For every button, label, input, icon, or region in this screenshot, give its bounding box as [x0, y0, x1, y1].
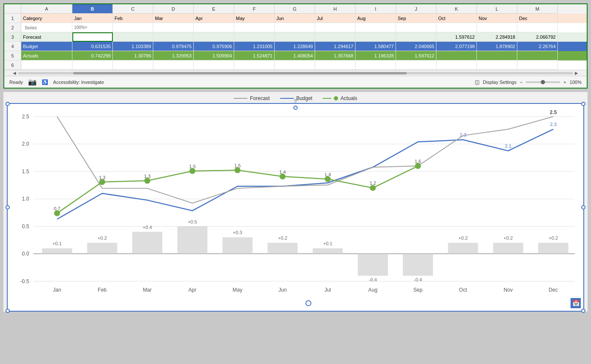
cell-g2[interactable] [275, 23, 315, 32]
cell-e1[interactable]: Apr [194, 14, 234, 23]
cell-h4[interactable]: 1.294617 [315, 42, 356, 51]
cell-g6[interactable] [275, 60, 315, 70]
cell-k5[interactable] [436, 51, 477, 60]
chart-area[interactable]: ⇧ 2.5 2.0 1.5 [7, 103, 584, 312]
cell-m3[interactable]: 2.066792 [517, 32, 558, 42]
cell-m5[interactable] [517, 51, 558, 60]
cell-g1[interactable]: Jun [275, 14, 315, 23]
corner-handle-br[interactable] [581, 309, 585, 313]
cell-k2[interactable] [436, 23, 477, 32]
cell-l6[interactable] [477, 60, 517, 70]
cell-c1[interactable]: Feb [113, 14, 153, 23]
col-header-j[interactable]: J [396, 4, 436, 14]
cell-h6[interactable] [315, 60, 356, 70]
cell-b3[interactable] [72, 32, 113, 42]
cell-m4[interactable]: 2.26764 [517, 42, 558, 51]
cell-f6[interactable] [234, 60, 275, 70]
cell-a1[interactable]: Category [21, 14, 72, 23]
cell-m6[interactable] [517, 60, 558, 70]
cell-e2[interactable] [194, 23, 234, 32]
cell-i2[interactable] [356, 23, 396, 32]
cell-i4[interactable]: 1.580477 [356, 42, 396, 51]
cell-b4[interactable]: 0.631535 [72, 42, 113, 51]
col-header-m[interactable]: M [517, 4, 558, 14]
cell-d4[interactable]: 0.979475 [153, 42, 194, 51]
cell-i5[interactable]: 1.196328 [356, 51, 396, 60]
h-scrollbar[interactable]: ◀ ▶ [4, 70, 587, 76]
zoom-plus[interactable]: + [563, 80, 566, 85]
cell-k4[interactable]: 2.077198 [436, 42, 477, 51]
cell-d2[interactable] [153, 23, 194, 32]
resize-circle-top[interactable] [293, 106, 298, 110]
cell-b6[interactable] [72, 60, 113, 70]
accessibility-icon[interactable]: ♿ [42, 79, 48, 85]
cell-e4[interactable]: 0.975906 [194, 42, 234, 51]
cell-d1[interactable]: Mar [153, 14, 194, 23]
col-header-h[interactable]: H [315, 4, 356, 14]
cell-m2[interactable] [517, 23, 558, 32]
cell-d6[interactable] [153, 60, 194, 70]
cell-l5[interactable] [477, 51, 517, 60]
cell-a6[interactable] [21, 60, 72, 70]
camera-icon[interactable]: 📷 [28, 78, 37, 86]
zoom-slider[interactable] [526, 81, 560, 83]
col-header-k[interactable]: K [436, 4, 477, 14]
cell-i6[interactable] [356, 60, 396, 70]
cell-l1[interactable]: Nov [477, 14, 517, 23]
cell-b5[interactable]: 0.742299 [72, 51, 113, 60]
cell-h3[interactable] [315, 32, 356, 42]
cell-a2[interactable]: Series [21, 23, 72, 32]
cell-h2[interactable] [315, 23, 356, 32]
cell-j1[interactable]: Sep [396, 14, 436, 23]
cell-g3[interactable] [275, 32, 315, 42]
cell-f2[interactable] [234, 23, 275, 32]
cell-m1[interactable]: Dec [517, 14, 558, 23]
cell-k3[interactable]: 1.597612 [436, 32, 477, 42]
cell-j4[interactable]: 2.040665 [396, 42, 436, 51]
col-header-l[interactable]: L [477, 4, 517, 14]
zoom-minus[interactable]: − [520, 80, 522, 85]
cell-j6[interactable] [396, 60, 436, 70]
cell-i3[interactable] [356, 32, 396, 42]
col-header-g[interactable]: G [275, 4, 315, 14]
zoom-thumb[interactable] [541, 80, 545, 84]
chart-resize-handle-top[interactable]: ⇧ [293, 98, 298, 110]
cell-e3[interactable] [194, 32, 234, 42]
col-header-c[interactable]: C [113, 4, 153, 14]
cell-d3[interactable] [153, 32, 194, 42]
display-settings-icon[interactable]: ◫ [475, 79, 479, 85]
scrollbar-thumb[interactable] [73, 72, 406, 75]
cell-h5[interactable]: 1.357668 [315, 51, 356, 60]
calendar-icon-button[interactable]: 📅 [571, 298, 581, 308]
cell-f3[interactable] [234, 32, 275, 42]
scrollbar-track[interactable] [18, 72, 573, 75]
col-header-d[interactable]: D [153, 4, 194, 14]
cell-l2[interactable] [477, 23, 517, 32]
cell-j3[interactable] [396, 32, 436, 42]
scroll-left-arrow[interactable]: ◀ [11, 71, 18, 75]
cell-b2[interactable]: 100%= [72, 23, 113, 32]
col-header-a[interactable]: A [21, 4, 72, 14]
cell-f4[interactable]: 1.231005 [234, 42, 275, 51]
cell-k1[interactable]: Oct [436, 14, 477, 23]
handle-mid-right[interactable] [581, 205, 585, 209]
cell-l3[interactable]: 2.284918 [477, 32, 517, 42]
cell-k6[interactable] [436, 60, 477, 70]
cell-g5[interactable]: 1.408054 [275, 51, 315, 60]
cell-f5[interactable]: 1.524871 [234, 51, 275, 60]
cell-a4[interactable]: Budget [21, 42, 72, 51]
cell-a5[interactable]: Actuals [21, 51, 72, 60]
cell-d5[interactable]: 1.329953 [153, 51, 194, 60]
cell-c4[interactable]: 1.103389 [113, 42, 153, 51]
col-header-b[interactable]: B [72, 4, 113, 14]
cell-g4[interactable]: 1.228649 [275, 42, 315, 51]
cell-j5[interactable]: 1.597612 [396, 51, 436, 60]
cell-l4[interactable]: 1.878902 [477, 42, 517, 51]
cell-e5[interactable]: 1.509904 [194, 51, 234, 60]
cell-h1[interactable]: Jul [315, 14, 356, 23]
corner-handle-bl[interactable] [6, 309, 10, 313]
corner-handle-tl[interactable] [6, 102, 10, 106]
cell-f1[interactable]: May [234, 14, 275, 23]
cell-c2[interactable] [113, 23, 153, 32]
cell-i1[interactable]: Aug [356, 14, 396, 23]
